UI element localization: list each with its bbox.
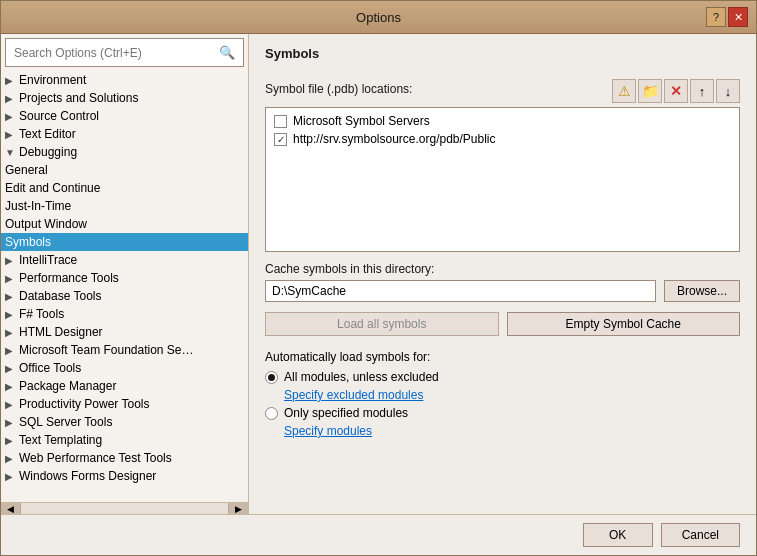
tree-item-office-tools[interactable]: ▶ Office Tools bbox=[1, 359, 248, 377]
tree-item-label: Projects and Solutions bbox=[19, 91, 138, 105]
symbolsource-checkbox[interactable]: ✓ bbox=[274, 133, 287, 146]
arrow-icon: ▶ bbox=[5, 471, 19, 482]
section-title: Symbols bbox=[265, 46, 740, 61]
tree-child-general[interactable]: General bbox=[1, 161, 248, 179]
tree-item-label: Package Manager bbox=[19, 379, 116, 393]
arrow-icon: ▶ bbox=[5, 93, 19, 104]
tree-item-label: F# Tools bbox=[19, 307, 64, 321]
tree-item-projects[interactable]: ▶ Projects and Solutions bbox=[1, 89, 248, 107]
tree-child-symbols[interactable]: Symbols bbox=[1, 233, 248, 251]
warning-icon: ⚠ bbox=[618, 83, 631, 99]
tree-item-label: Database Tools bbox=[19, 289, 102, 303]
tree-item-database-tools[interactable]: ▶ Database Tools bbox=[1, 287, 248, 305]
search-box[interactable]: 🔍 bbox=[5, 38, 244, 67]
symbol-locations-section: Symbol file (.pdb) locations: ⚠ 📁 ✕ ↑ bbox=[265, 79, 740, 252]
delete-icon: ✕ bbox=[670, 83, 682, 99]
arrow-icon: ▶ bbox=[5, 399, 19, 410]
auto-load-section: Automatically load symbols for: All modu… bbox=[265, 350, 740, 442]
cache-row: Browse... bbox=[265, 280, 740, 302]
tree-item-label: Web Performance Test Tools bbox=[19, 451, 172, 465]
symbol-list-item: Microsoft Symbol Servers bbox=[270, 112, 735, 130]
action-row: Load all symbols Empty Symbol Cache bbox=[265, 312, 740, 336]
tree-item-performance-tools[interactable]: ▶ Performance Tools bbox=[1, 269, 248, 287]
tree-item-intellitrace[interactable]: ▶ IntelliTrace bbox=[1, 251, 248, 269]
tree-child-output-window[interactable]: Output Window bbox=[1, 215, 248, 233]
symbol-list: Microsoft Symbol Servers ✓ http://srv.sy… bbox=[265, 107, 740, 252]
symbolsource-label: http://srv.symbolsource.org/pdb/Public bbox=[293, 132, 496, 146]
tree-item-label: Text Templating bbox=[19, 433, 102, 447]
left-panel: 🔍 ▶ Environment ▶ Projects and Solutions… bbox=[1, 34, 249, 514]
ok-button[interactable]: OK bbox=[583, 523, 653, 547]
help-button[interactable]: ? bbox=[706, 7, 726, 27]
dialog-title: Options bbox=[51, 10, 706, 25]
tree-item-debugging[interactable]: ▼ Debugging bbox=[1, 143, 248, 161]
arrow-icon: ▶ bbox=[5, 273, 19, 284]
tree-item-html-designer[interactable]: ▶ HTML Designer bbox=[1, 323, 248, 341]
arrow-icon: ▶ bbox=[5, 327, 19, 338]
tree-item-fsharp[interactable]: ▶ F# Tools bbox=[1, 305, 248, 323]
search-input[interactable] bbox=[14, 46, 219, 60]
scroll-right-btn[interactable]: ▶ bbox=[228, 503, 248, 515]
folder-icon-btn[interactable]: 📁 bbox=[638, 79, 662, 103]
tree-item-package-manager[interactable]: ▶ Package Manager bbox=[1, 377, 248, 395]
ms-servers-checkbox[interactable] bbox=[274, 115, 287, 128]
tree-item-winforms[interactable]: ▶ Windows Forms Designer bbox=[1, 467, 248, 485]
tree-item-label: Output Window bbox=[5, 217, 87, 231]
all-modules-label: All modules, unless excluded bbox=[284, 370, 439, 384]
arrow-icon: ▶ bbox=[5, 417, 19, 428]
options-dialog: Options ? ✕ 🔍 ▶ Environment ▶ Proj bbox=[0, 0, 757, 556]
tree-container[interactable]: ▶ Environment ▶ Projects and Solutions ▶… bbox=[1, 71, 248, 502]
arrow-icon: ▶ bbox=[5, 345, 19, 356]
symbol-list-item: ✓ http://srv.symbolsource.org/pdb/Public bbox=[270, 130, 735, 148]
move-down-btn[interactable]: ↓ bbox=[716, 79, 740, 103]
empty-cache-button[interactable]: Empty Symbol Cache bbox=[507, 312, 741, 336]
tree-item-productivity[interactable]: ▶ Productivity Power Tools bbox=[1, 395, 248, 413]
specified-modules-radio[interactable] bbox=[265, 407, 278, 420]
arrow-icon: ▶ bbox=[5, 381, 19, 392]
ms-servers-label: Microsoft Symbol Servers bbox=[293, 114, 430, 128]
folder-icon: 📁 bbox=[642, 83, 659, 99]
cache-label: Cache symbols in this directory: bbox=[265, 262, 740, 276]
cancel-button[interactable]: Cancel bbox=[661, 523, 740, 547]
tree-item-environment[interactable]: ▶ Environment bbox=[1, 71, 248, 89]
radio-row-specified: Only specified modules bbox=[265, 406, 740, 420]
tree-item-web-perf[interactable]: ▶ Web Performance Test Tools bbox=[1, 449, 248, 467]
tree-item-label: Microsoft Team Foundation Server 20 bbox=[19, 343, 194, 357]
h-scrollbar[interactable]: ◀ ▶ bbox=[1, 502, 248, 514]
tree-item-label: Debugging bbox=[19, 145, 77, 159]
tree-item-text-editor[interactable]: ▶ Text Editor bbox=[1, 125, 248, 143]
tree-item-tfs[interactable]: ▶ Microsoft Team Foundation Server 20 bbox=[1, 341, 248, 359]
arrow-icon: ▶ bbox=[5, 435, 19, 446]
tree-item-text-templating[interactable]: ▶ Text Templating bbox=[1, 431, 248, 449]
close-button[interactable]: ✕ bbox=[728, 7, 748, 27]
move-up-btn[interactable]: ↑ bbox=[690, 79, 714, 103]
delete-icon-btn[interactable]: ✕ bbox=[664, 79, 688, 103]
auto-load-label: Automatically load symbols for: bbox=[265, 350, 740, 364]
arrow-icon: ▶ bbox=[5, 453, 19, 464]
scroll-left-btn[interactable]: ◀ bbox=[1, 503, 21, 515]
arrow-icon: ▼ bbox=[5, 147, 19, 158]
tree-child-edit-continue[interactable]: Edit and Continue bbox=[1, 179, 248, 197]
tree-item-sql-server[interactable]: ▶ SQL Server Tools bbox=[1, 413, 248, 431]
cache-input[interactable] bbox=[265, 280, 656, 302]
tree-item-label: SQL Server Tools bbox=[19, 415, 112, 429]
tree-item-label: Edit and Continue bbox=[5, 181, 100, 195]
all-modules-radio[interactable] bbox=[265, 371, 278, 384]
icon-toolbar: ⚠ 📁 ✕ ↑ ↓ bbox=[612, 79, 740, 103]
tree-item-label: Source Control bbox=[19, 109, 99, 123]
load-all-button[interactable]: Load all symbols bbox=[265, 312, 499, 336]
browse-button[interactable]: Browse... bbox=[664, 280, 740, 302]
specify-excluded-link[interactable]: Specify excluded modules bbox=[284, 388, 740, 402]
tree-item-label: Symbols bbox=[5, 235, 51, 249]
specified-modules-label: Only specified modules bbox=[284, 406, 408, 420]
tree-item-label: HTML Designer bbox=[19, 325, 103, 339]
up-arrow-icon: ↑ bbox=[699, 84, 706, 99]
warning-icon-btn[interactable]: ⚠ bbox=[612, 79, 636, 103]
arrow-icon: ▶ bbox=[5, 75, 19, 86]
tree-child-just-in-time[interactable]: Just-In-Time bbox=[1, 197, 248, 215]
tree-item-label: Performance Tools bbox=[19, 271, 119, 285]
arrow-icon: ▶ bbox=[5, 363, 19, 374]
arrow-icon: ▶ bbox=[5, 255, 19, 266]
specify-modules-link[interactable]: Specify modules bbox=[284, 424, 740, 438]
tree-item-source-control[interactable]: ▶ Source Control bbox=[1, 107, 248, 125]
